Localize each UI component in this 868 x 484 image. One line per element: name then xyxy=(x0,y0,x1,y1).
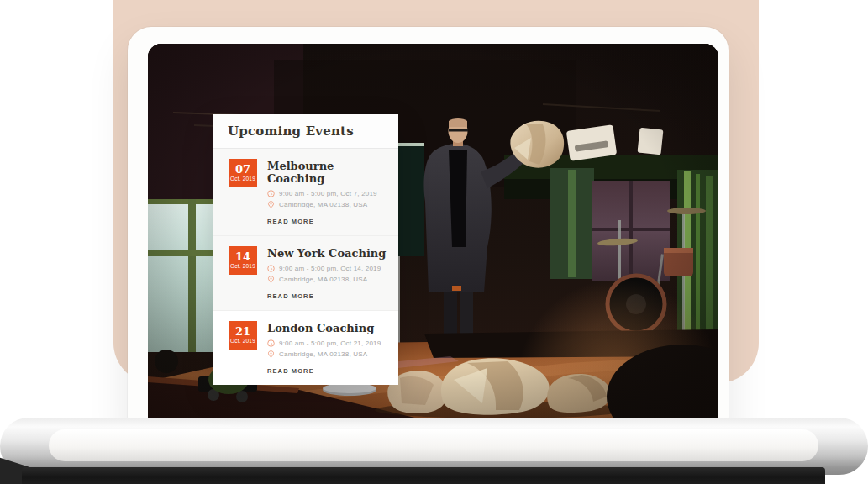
event-day: 14 xyxy=(229,251,257,262)
laptop-base-deck xyxy=(49,429,818,461)
event-body: London Coaching 9:00 am - 5:00 pm, Oct 2… xyxy=(267,321,381,376)
page: Upcoming Events 07 Oct. 2019 Melbourne C… xyxy=(0,0,868,484)
event-title: London Coaching xyxy=(267,322,381,334)
event-item-new-york[interactable]: 14 Oct. 2019 New York Coaching 9:00 am -… xyxy=(213,235,398,310)
event-location-row: Cambridge, MA 02138, USA xyxy=(267,276,386,283)
map-pin-icon xyxy=(267,350,275,358)
read-more-link[interactable]: READ MORE xyxy=(267,367,314,375)
clock-icon xyxy=(267,339,275,347)
events-card-title: Upcoming Events xyxy=(228,124,354,139)
event-title: New York Coaching xyxy=(267,247,386,260)
event-day: 21 xyxy=(229,326,257,337)
event-time: 9:00 am - 5:00 pm, Oct 21, 2019 xyxy=(279,339,381,347)
map-pin-icon xyxy=(267,201,275,208)
event-location: Cambridge, MA 02138, USA xyxy=(279,201,367,208)
clock-icon xyxy=(267,265,275,272)
event-time-row: 9:00 am - 5:00 pm, Oct 21, 2019 xyxy=(267,339,381,347)
event-body: Melbourne Coaching 9:00 am - 5:00 pm, Oc… xyxy=(267,159,387,227)
event-date-badge: 14 Oct. 2019 xyxy=(229,246,257,275)
event-month-year: Oct. 2019 xyxy=(229,264,257,270)
read-more-link[interactable]: READ MORE xyxy=(267,292,314,300)
upcoming-events-card: Upcoming Events 07 Oct. 2019 Melbourne C… xyxy=(213,114,398,385)
event-location: Cambridge, MA 02138, USA xyxy=(279,350,367,358)
event-location-row: Cambridge, MA 02138, USA xyxy=(267,201,387,208)
event-day: 07 xyxy=(229,164,257,175)
event-item-melbourne[interactable]: 07 Oct. 2019 Melbourne Coaching 9:00 am … xyxy=(213,149,398,235)
map-pin-icon xyxy=(267,276,275,283)
event-body: New York Coaching 9:00 am - 5:00 pm, Oct… xyxy=(267,246,386,302)
read-more-link[interactable]: READ MORE xyxy=(267,218,314,225)
event-month-year: Oct. 2019 xyxy=(229,176,257,182)
event-date-badge: 07 Oct. 2019 xyxy=(229,159,257,187)
clock-icon xyxy=(267,190,275,197)
events-card-header: Upcoming Events xyxy=(213,114,398,149)
event-date-badge: 21 Oct. 2019 xyxy=(229,321,257,350)
event-time: 9:00 am - 5:00 pm, Oct 14, 2019 xyxy=(279,265,381,272)
event-time-row: 9:00 am - 5:00 pm, Oct 14, 2019 xyxy=(267,265,386,272)
event-time: 9:00 am - 5:00 pm, Oct 7, 2019 xyxy=(279,190,377,197)
event-month-year: Oct. 2019 xyxy=(229,339,257,345)
event-item-london[interactable]: 21 Oct. 2019 London Coaching 9:00 am - 5… xyxy=(213,310,398,385)
event-time-row: 9:00 am - 5:00 pm, Oct 7, 2019 xyxy=(267,190,387,197)
event-location-row: Cambridge, MA 02138, USA xyxy=(267,350,381,358)
event-location: Cambridge, MA 02138, USA xyxy=(279,276,367,283)
event-title: Melbourne Coaching xyxy=(267,160,387,185)
laptop-base-bottom xyxy=(22,467,825,484)
